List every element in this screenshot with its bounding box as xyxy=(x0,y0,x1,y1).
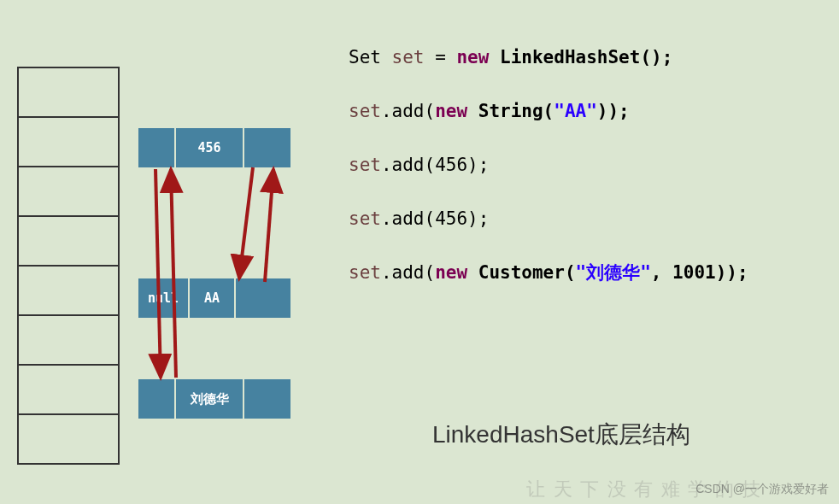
svg-line-4 xyxy=(171,169,176,378)
node-value: 456 xyxy=(176,128,244,167)
code-var: set xyxy=(349,101,381,121)
node-456: 456 xyxy=(138,128,290,167)
node-value: 刘德华 xyxy=(176,379,244,419)
code-text: .add( xyxy=(381,101,435,121)
code-string: "AA" xyxy=(554,101,597,121)
hash-table xyxy=(17,67,120,465)
code-string: "刘德华" xyxy=(576,262,651,283)
code-text: .add(456); xyxy=(381,155,489,175)
hash-bucket xyxy=(17,215,120,267)
code-line: set.add(456); xyxy=(349,152,748,179)
hash-bucket xyxy=(17,314,120,366)
code-line: set.add(new String("AA")); xyxy=(349,98,748,126)
code-line: set.add(new Customer("刘德华", 1001)); xyxy=(349,260,748,287)
code-text: , 1001)); xyxy=(651,262,748,283)
code-type: Set xyxy=(349,47,392,67)
code-keyword: new xyxy=(435,101,467,121)
code-keyword: new xyxy=(435,262,467,283)
node-next xyxy=(244,379,290,419)
node-prev xyxy=(138,379,176,419)
code-text: )); xyxy=(597,101,630,121)
code-var: set xyxy=(392,47,425,67)
node-aa: null AA xyxy=(138,278,290,318)
hash-bucket xyxy=(17,265,120,316)
code-text: .add(456); xyxy=(381,208,489,229)
code-block: Set set = new LinkedHashSet(); set.add(n… xyxy=(349,17,748,314)
svg-line-1 xyxy=(265,169,273,282)
code-line: Set set = new LinkedHashSet(); xyxy=(349,44,748,72)
node-value: AA xyxy=(190,278,236,318)
svg-line-3 xyxy=(155,169,161,378)
node-next xyxy=(244,128,290,167)
hash-bucket xyxy=(17,116,120,167)
hash-bucket xyxy=(17,166,120,217)
code-text: LinkedHashSet(); xyxy=(489,47,672,67)
node-prev: null xyxy=(138,278,190,318)
diagram-title: LinkedHashSet底层结构 xyxy=(432,419,690,451)
code-keyword: new xyxy=(456,47,489,67)
code-var: set xyxy=(349,262,381,283)
node-next xyxy=(236,278,290,318)
watermark: CSDN @一个游戏爱好者 xyxy=(695,482,829,497)
hash-bucket xyxy=(17,364,120,415)
svg-line-2 xyxy=(239,167,253,278)
code-text: Customer( xyxy=(467,262,575,283)
code-text: = xyxy=(425,47,457,67)
code-text: String( xyxy=(467,101,554,121)
hash-bucket xyxy=(17,67,120,118)
code-var: set xyxy=(349,155,381,175)
code-line: set.add(456); xyxy=(349,206,748,233)
code-text: .add( xyxy=(381,262,435,283)
code-var: set xyxy=(349,208,381,229)
node-liu: 刘德华 xyxy=(138,379,290,419)
hash-bucket xyxy=(17,413,120,465)
node-prev xyxy=(138,128,176,167)
